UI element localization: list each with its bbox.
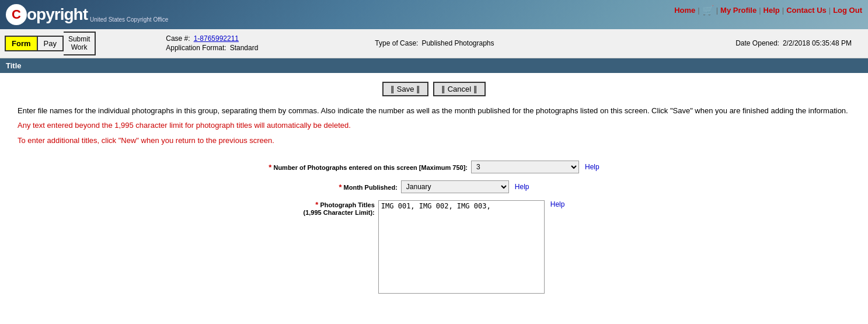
month-published-select[interactable]: January February March April May June Ju… [401, 180, 509, 193]
num-photos-help-link[interactable]: Help [585, 163, 599, 171]
instruction-para1: Enter file names for the individual phot… [18, 105, 850, 117]
app-format-value: Standard [230, 44, 259, 52]
contact-us-link[interactable]: Contact Us [786, 6, 827, 15]
case-info: Case #: 1-8765992211 Application Format:… [166, 34, 258, 52]
required-star-1: * [269, 163, 271, 172]
instructions: Enter file names for the individual phot… [0, 105, 868, 147]
instruction-para3: To enter additional titles, click "New" … [18, 135, 850, 147]
logo-sub: United States Copyright Office [90, 16, 168, 25]
instruction-para2: Any text entered beyond the 1,995 charac… [18, 120, 850, 131]
photo-titles-label-block: * Photograph Titles (1,995 Character Lim… [304, 200, 375, 216]
type-of-case-label: Type of Case: [375, 39, 418, 47]
logo-text: opyright [27, 5, 88, 24]
month-help-link[interactable]: Help [515, 183, 529, 191]
photo-titles-textarea[interactable]: IMG 001, IMG 002, IMG 003, [378, 200, 545, 294]
log-out-link[interactable]: Log Out [833, 6, 862, 15]
photo-titles-label-line2: (1,995 Character Limit): [304, 209, 375, 216]
month-published-row: * Month Published: January February Marc… [0, 180, 868, 193]
required-star-2: * [339, 183, 341, 191]
case-number-value[interactable]: 1-8765992211 [194, 34, 239, 43]
date-opened-value: 2/2/2018 05:35:48 PM [783, 39, 852, 47]
photo-titles-wrapper: IMG 001, IMG 002, IMG 003, [378, 200, 545, 294]
month-published-label: * Month Published: [339, 183, 397, 191]
photo-titles-help-link[interactable]: Help [550, 200, 565, 208]
photo-titles-row: * Photograph Titles (1,995 Character Lim… [0, 200, 868, 294]
header: C opyright United States Copyright Offic… [0, 0, 868, 29]
cancel-button[interactable]: ‖ Cancel ‖ [433, 82, 486, 96]
submit-work-button[interactable]: Submit Work [64, 32, 96, 55]
num-photos-label: * Number of Photographs entered on this … [269, 163, 468, 172]
logo: C opyright United States Copyright Offic… [6, 4, 168, 25]
app-format-label: Application Format: [166, 44, 226, 52]
num-photos-row: * Number of Photographs entered on this … [0, 161, 868, 173]
required-star-3: * [315, 200, 318, 209]
cart-icon[interactable]: 🛒 [702, 5, 714, 16]
save-button[interactable]: ‖ Save ‖ [382, 82, 428, 96]
case-number-label: Case #: [166, 34, 190, 43]
section-title: Title [0, 58, 868, 73]
type-of-case-value: Published Photographs [421, 39, 494, 47]
form-area: * Number of Photographs entered on this … [0, 155, 868, 299]
type-info: Type of Case: Published Photographs [375, 39, 494, 47]
toolbar: Form Pay Submit Work Case #: 1-876599221… [0, 29, 868, 58]
date-info: Date Opened: 2/2/2018 05:35:48 PM [735, 39, 852, 47]
logo-c: C [6, 4, 27, 25]
form-button[interactable]: Form [5, 36, 38, 51]
my-profile-link[interactable]: My Profile [720, 6, 757, 15]
date-opened-label: Date Opened: [735, 39, 779, 47]
help-link-header[interactable]: Help [764, 6, 780, 15]
home-link[interactable]: Home [674, 6, 695, 15]
header-nav: Home | 🛒 | My Profile | Help | Contact U… [674, 5, 862, 16]
num-photos-select[interactable]: 3 1 2 [471, 161, 579, 173]
photo-titles-label-line1: * Photograph Titles [304, 200, 375, 209]
pay-button[interactable]: Pay [38, 36, 64, 51]
action-buttons: ‖ Save ‖ ‖ Cancel ‖ [0, 82, 868, 96]
